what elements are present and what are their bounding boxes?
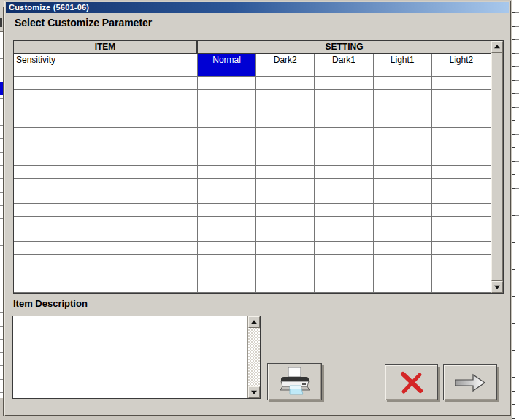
setting-cell[interactable] <box>374 280 432 293</box>
setting-cell[interactable] <box>315 229 373 242</box>
setting-cell[interactable] <box>315 166 373 178</box>
setting-cell[interactable] <box>315 191 373 204</box>
setting-cell[interactable] <box>315 102 373 115</box>
setting-cell[interactable] <box>256 229 315 242</box>
setting-cell[interactable] <box>198 179 256 191</box>
setting-cell[interactable] <box>432 204 491 216</box>
scroll-down-button[interactable] <box>248 386 260 398</box>
setting-cell[interactable] <box>374 140 432 153</box>
setting-cell[interactable] <box>315 140 373 153</box>
item-cell[interactable] <box>14 115 198 128</box>
setting-cell[interactable]: Normal <box>198 54 256 77</box>
setting-cell[interactable] <box>315 255 373 267</box>
scroll-up-button[interactable] <box>491 41 503 53</box>
item-cell[interactable] <box>14 179 198 191</box>
setting-cell[interactable] <box>315 179 373 191</box>
setting-cell[interactable] <box>315 115 373 128</box>
setting-cell[interactable] <box>374 204 432 216</box>
setting-cell[interactable]: Light1 <box>374 54 432 77</box>
setting-cell[interactable] <box>432 255 491 267</box>
setting-cell[interactable] <box>256 191 315 204</box>
setting-cell[interactable] <box>374 255 432 267</box>
item-cell[interactable] <box>14 90 198 102</box>
setting-cell[interactable] <box>198 128 256 140</box>
setting-cell[interactable] <box>374 179 432 191</box>
print-button[interactable] <box>267 363 322 400</box>
next-button[interactable] <box>443 364 497 400</box>
item-cell[interactable]: Sensitivity <box>14 54 198 77</box>
setting-cell[interactable] <box>198 90 256 102</box>
cancel-button[interactable] <box>385 364 438 400</box>
item-cell[interactable] <box>14 267 198 280</box>
setting-cell[interactable] <box>198 77 256 89</box>
item-cell[interactable] <box>14 217 198 229</box>
scroll-up-button[interactable] <box>248 316 260 328</box>
setting-cell[interactable] <box>256 166 315 178</box>
setting-cell[interactable] <box>198 191 256 204</box>
setting-cell[interactable] <box>198 204 256 216</box>
setting-cell[interactable] <box>315 217 373 229</box>
setting-cell[interactable] <box>432 128 491 140</box>
item-cell[interactable] <box>14 242 198 254</box>
setting-cell[interactable] <box>256 242 315 254</box>
titlebar[interactable]: Customize (5601-06) <box>6 2 509 13</box>
setting-cell[interactable] <box>256 280 315 293</box>
setting-cell[interactable] <box>256 255 315 267</box>
setting-cell[interactable] <box>256 115 315 128</box>
setting-cell[interactable] <box>432 217 491 229</box>
setting-cell[interactable] <box>432 140 491 153</box>
setting-cell[interactable] <box>198 102 256 115</box>
setting-cell[interactable] <box>198 153 256 166</box>
setting-cell[interactable] <box>432 229 491 242</box>
setting-cell[interactable] <box>256 77 315 89</box>
setting-cell[interactable] <box>315 204 373 216</box>
setting-cell[interactable] <box>315 90 373 102</box>
setting-cell[interactable] <box>198 217 256 229</box>
setting-cell[interactable] <box>374 217 432 229</box>
setting-cell[interactable] <box>198 115 256 128</box>
scrollbar-track[interactable] <box>248 328 260 386</box>
setting-cell[interactable] <box>256 140 315 153</box>
item-cell[interactable] <box>14 77 198 89</box>
setting-cell[interactable] <box>432 179 491 191</box>
setting-cell[interactable] <box>315 242 373 254</box>
setting-cell[interactable] <box>256 128 315 140</box>
setting-cell[interactable]: Dark1 <box>315 54 373 77</box>
setting-cell[interactable] <box>315 267 373 280</box>
setting-cell[interactable] <box>432 280 491 293</box>
item-cell[interactable] <box>14 128 198 140</box>
scrollbar-thumb[interactable] <box>491 53 503 281</box>
setting-cell[interactable] <box>256 204 315 216</box>
setting-cell[interactable] <box>432 191 491 204</box>
setting-cell[interactable] <box>374 115 432 128</box>
setting-cell[interactable] <box>432 242 491 254</box>
setting-cell[interactable] <box>315 153 373 166</box>
description-vertical-scrollbar[interactable] <box>247 316 260 398</box>
setting-cell[interactable] <box>374 229 432 242</box>
item-cell[interactable] <box>14 140 198 153</box>
setting-cell[interactable] <box>198 255 256 267</box>
item-cell[interactable] <box>14 191 198 204</box>
setting-cell[interactable] <box>374 90 432 102</box>
item-cell[interactable] <box>14 229 198 242</box>
item-cell[interactable] <box>14 166 198 178</box>
setting-cell[interactable] <box>374 242 432 254</box>
item-description-text[interactable] <box>13 316 247 398</box>
setting-cell[interactable] <box>374 267 432 280</box>
setting-cell[interactable] <box>432 90 491 102</box>
setting-cell[interactable] <box>374 102 432 115</box>
setting-cell[interactable] <box>374 128 432 140</box>
setting-cell[interactable] <box>198 242 256 254</box>
setting-cell[interactable] <box>315 77 373 89</box>
setting-cell[interactable] <box>374 77 432 89</box>
item-cell[interactable] <box>14 255 198 267</box>
table-vertical-scrollbar[interactable] <box>491 41 503 293</box>
setting-cell[interactable]: Dark2 <box>256 54 315 77</box>
setting-cell[interactable] <box>256 179 315 191</box>
setting-cell[interactable] <box>432 166 491 178</box>
setting-cell[interactable] <box>256 217 315 229</box>
setting-cell[interactable] <box>198 166 256 178</box>
setting-cell[interactable] <box>198 140 256 153</box>
setting-cell[interactable] <box>315 280 373 293</box>
setting-cell[interactable]: Light2 <box>432 54 491 77</box>
